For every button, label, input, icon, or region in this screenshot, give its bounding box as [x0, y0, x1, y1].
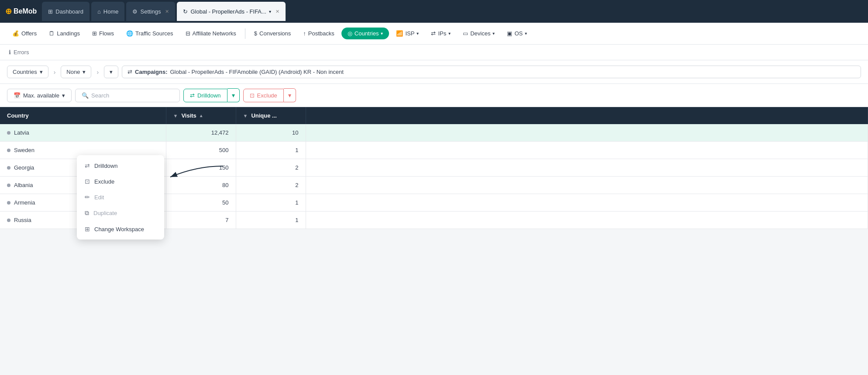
errors-icon: ℹ — [9, 49, 11, 56]
topbar: ⊕ BeMob ⊞ Dashboard ⌂ Home ⚙ Settings ✕ … — [0, 0, 868, 23]
dimension-value: Countries — [13, 69, 37, 75]
cell-unique: 10 — [236, 124, 306, 142]
sidebar-item-os[interactable]: ▣ OS ▾ — [502, 28, 532, 39]
tab-global-close[interactable]: ✕ — [276, 9, 279, 14]
edit-menu-icon: ✏ — [85, 194, 90, 201]
sidebar-item-traffic-sources[interactable]: 🌐 Traffic Sources — [121, 28, 179, 39]
row-dot — [7, 149, 10, 152]
breakdown-select[interactable]: None ▾ — [61, 66, 91, 78]
errors-label: Errors — [14, 49, 29, 56]
tab-settings[interactable]: ⚙ Settings ✕ — [126, 2, 175, 21]
sidebar-item-landings[interactable]: 🗒 Landings — [44, 28, 85, 39]
exclude-icon: ⊡ — [250, 92, 255, 99]
cell-visits: 7 — [166, 212, 236, 229]
devices-chevron: ▾ — [493, 31, 495, 36]
errors-bar: ℹ Errors — [0, 45, 868, 60]
exclude-menu-label: Exclude — [94, 178, 114, 185]
sidebar-item-devices[interactable]: ▭ Devices ▾ — [458, 28, 500, 39]
cell-unique: 2 — [236, 159, 306, 177]
cell-empty — [306, 124, 868, 142]
visits-column-label: Visits — [181, 112, 196, 119]
cell-country: Latvia — [0, 124, 166, 142]
cell-visits: 150 — [166, 159, 236, 177]
row-dot — [7, 219, 10, 222]
affiliate-networks-icon: ⊟ — [186, 30, 190, 37]
search-box[interactable]: 🔍 Search — [75, 89, 180, 102]
filter-arrow-1: › — [52, 69, 58, 76]
cell-empty — [306, 177, 868, 194]
campaign-label: Campaigns: — [135, 69, 167, 75]
drilldown-group: ⇄ Drilldown ▾ — [183, 88, 239, 102]
th-empty — [306, 107, 868, 124]
tab-global-label: Global - PropellerAds - FIFA... — [190, 8, 266, 15]
devices-label: Devices — [470, 30, 490, 37]
postbacks-icon: ↑ — [303, 30, 306, 37]
ips-chevron: ▾ — [448, 31, 451, 36]
row-dot — [7, 184, 10, 187]
sidebar-item-offers[interactable]: 💰 Offers — [7, 28, 42, 39]
sidebar-item-postbacks[interactable]: ↑ Postbacks — [298, 28, 339, 39]
th-visits[interactable]: ▼ Visits ▲ — [166, 107, 236, 124]
countries-label: Countries — [355, 30, 379, 37]
dimension-select[interactable]: Countries ▾ — [7, 66, 48, 78]
unique-column-label: Unique ... — [251, 112, 277, 119]
tab-global-chevron: ▾ — [269, 9, 271, 14]
date-label: Max. available — [23, 92, 59, 99]
campaign-icon: ⇄ — [127, 69, 132, 75]
date-picker[interactable]: 📅 Max. available ▾ — [7, 89, 72, 102]
duplicate-menu-icon: ⧉ — [85, 209, 89, 217]
logo: ⊕ BeMob — [5, 7, 37, 16]
dashboard-icon: ⊞ — [48, 8, 53, 15]
conversions-label: Conversions — [259, 30, 291, 37]
offers-icon: 💰 — [12, 30, 19, 37]
sidebar-item-conversions[interactable]: $ Conversions — [249, 28, 296, 39]
exclude-button[interactable]: ⊡ Exclude — [243, 89, 284, 102]
sidebar-item-isp[interactable]: 📶 ISP ▾ — [391, 28, 424, 39]
tab-global[interactable]: ↻ Global - PropellerAds - FIFA... ▾ ✕ — [177, 2, 285, 21]
affiliate-networks-label: Affiliate Networks — [193, 30, 236, 37]
cell-empty — [306, 142, 868, 159]
drilldown-button[interactable]: ⇄ Drilldown — [183, 89, 227, 102]
tab-settings-close[interactable]: ✕ — [165, 9, 169, 14]
tab-dashboard-label: Dashboard — [55, 8, 83, 15]
row-dot — [7, 166, 10, 170]
tab-home[interactable]: ⌂ Home — [91, 2, 125, 21]
actions-bar: 📅 Max. available ▾ 🔍 Search ⇄ Drilldown … — [0, 84, 868, 107]
sidebar-item-affiliate-networks[interactable]: ⊟ Affiliate Networks — [180, 28, 241, 39]
cell-unique: 1 — [236, 142, 306, 159]
change-workspace-menu-icon: ⊞ — [85, 226, 90, 233]
home-icon: ⌂ — [97, 8, 101, 15]
os-icon: ▣ — [507, 30, 512, 37]
cell-empty — [306, 159, 868, 177]
sidebar-item-flows[interactable]: ⊞ Flows — [87, 28, 119, 39]
drilldown-menu-icon: ⇄ — [85, 162, 90, 169]
menu-item-drilldown[interactable]: ⇄ Drilldown — [77, 158, 164, 174]
table-row[interactable]: Latvia12,47210 — [0, 124, 868, 142]
row-dot — [7, 201, 10, 205]
drilldown-arrow-button[interactable]: ▾ — [227, 88, 240, 102]
visits-filter-icon: ▼ — [173, 113, 178, 118]
logo-text: BeMob — [14, 7, 37, 15]
exclude-label: Exclude — [257, 92, 277, 99]
exclude-arrow-button[interactable]: ▾ — [284, 88, 296, 102]
sidebar-item-countries[interactable]: ◎ Countries ▾ — [341, 28, 389, 39]
logo-icon: ⊕ — [5, 7, 12, 16]
extra-select[interactable]: ▾ — [104, 66, 118, 78]
tab-dashboard[interactable]: ⊞ Dashboard — [42, 2, 90, 21]
flows-label: Flows — [99, 30, 114, 37]
breakdown-value: None — [66, 69, 80, 75]
th-unique[interactable]: ▼ Unique ... — [236, 107, 306, 124]
os-label: OS — [514, 30, 523, 37]
ips-label: IPs — [438, 30, 446, 37]
cell-visits: 80 — [166, 177, 236, 194]
menu-item-edit: ✏ Edit — [77, 189, 164, 205]
devices-icon: ▭ — [463, 30, 468, 37]
menu-item-exclude[interactable]: ⊡ Exclude — [77, 174, 164, 189]
cell-empty — [306, 194, 868, 212]
isp-label: ISP — [405, 30, 414, 37]
drilldown-label: Drilldown — [197, 92, 220, 99]
sidebar-item-ips[interactable]: ⇄ IPs ▾ — [426, 28, 456, 39]
drilldown-menu-label: Drilldown — [94, 163, 117, 169]
drilldown-icon: ⇄ — [190, 92, 195, 99]
menu-item-change-workspace[interactable]: ⊞ Change Workspace — [77, 221, 164, 237]
